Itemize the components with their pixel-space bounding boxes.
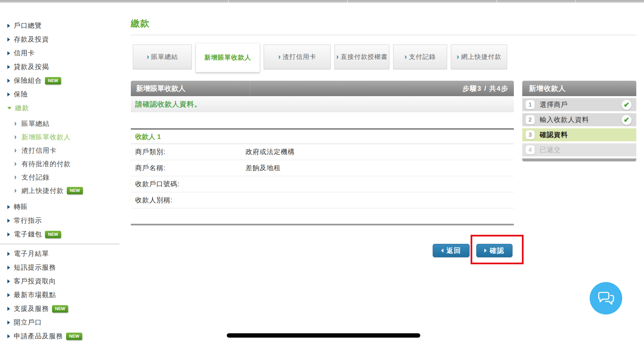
step-label: 輸入收款人資料 (540, 115, 622, 124)
top-strip-separator (347, 0, 348, 3)
live-chat-button[interactable] (590, 282, 622, 315)
add-payee-steps-panel: 新增收款人 1 選擇商戶 2 輸入收款人資料 3 確認資料 (522, 81, 636, 161)
sidebar-item-label: 存款及投資 (14, 35, 49, 44)
triangle-right-icon (7, 266, 10, 270)
sidebar-item-label: 貸款及按揭 (14, 62, 49, 71)
step-indicator: 步驟3 / 共4步 (463, 84, 508, 93)
triangle-right-icon (7, 51, 10, 55)
detail-label: 商戶名稱: (131, 163, 246, 172)
back-button[interactable]: 返回 (433, 244, 470, 257)
triangle-left-icon (441, 249, 443, 253)
sidebar-item-transfers[interactable]: 轉賬 (0, 200, 119, 214)
tab-online-fps[interactable]: 網上快捷付款 (451, 45, 507, 69)
top-strip-separator (228, 0, 229, 3)
sidebar-item-label: 渣打信用卡 (21, 146, 57, 155)
bar-column-separator (250, 81, 250, 96)
sidebar-subitem-online-fps[interactable]: 網上快捷付款 NEW (0, 184, 119, 197)
sidebar-subitem-add-bill-payee[interactable]: 新增賬單收款人 (0, 130, 119, 144)
sidebar-item-open-account[interactable]: 開立戶口 (0, 316, 119, 329)
triangle-right-icon (7, 79, 10, 83)
tab-direct-debit-auth[interactable]: 直接付款授權書 (334, 45, 389, 69)
content-divider-bottom (131, 224, 514, 225)
sidebar-navigation: 戶口總覽 存款及投資 信用卡 貸款及按揭 (0, 19, 119, 343)
tab-label: 渣打信用卡 (283, 53, 316, 61)
tab-add-bill-payee[interactable]: 新增賬單收款人 (196, 43, 260, 72)
chevron-right-icon (14, 134, 17, 140)
sidebar-subitem-payment-history[interactable]: 支付記錄 (0, 170, 119, 184)
payee-detail-row: 商戶名稱: 差餉及地租 (131, 160, 514, 176)
chevron-right-icon (14, 187, 17, 194)
sidebar-item-label: 保險 (14, 90, 28, 99)
triangle-right-icon (7, 252, 10, 256)
sidebar-item-account-overview[interactable]: 戶口總覽 (0, 19, 119, 32)
new-badge: NEW (52, 305, 68, 313)
chevron-right-icon (405, 54, 407, 60)
new-badge: NEW (45, 77, 61, 84)
sidebar-item-credit-card[interactable]: 信用卡 (0, 46, 119, 60)
sidebar-item-label: 賬單總結 (21, 119, 50, 128)
sidebar-item-loans-mortgages[interactable]: 貸款及按揭 (0, 60, 119, 74)
tab-label: 網上快捷付款 (461, 53, 501, 61)
step-row-3-confirm: 3 確認資料 (522, 128, 636, 141)
sidebar-item-insurance[interactable]: 保險 (0, 87, 119, 101)
sidebar-item-investment-profile[interactable]: 客戶投資取向 (0, 274, 119, 288)
chevron-right-icon (14, 160, 17, 167)
step-label: 選擇商戶 (540, 100, 622, 109)
sidebar-item-market-views[interactable]: 最新市場觀點 (0, 288, 119, 302)
payee-rows: 商戶類別: 政府或法定機構 商戶名稱: 差餉及地租 收款戶口號碼: 收款人別稱: (131, 144, 514, 208)
triangle-right-icon (7, 65, 10, 69)
sidebar-item-standing-instructions[interactable]: 常行指示 (0, 214, 119, 227)
sidebar-item-label: 轉賬 (14, 202, 28, 211)
step-row-1-select-merchant: 1 選擇商戶 (522, 98, 636, 111)
sidebar-item-label: 網上快捷付款 (21, 186, 64, 195)
tab-bill-summary[interactable]: 賬單總結 (133, 45, 192, 69)
tab-label: 賬單總結 (151, 53, 178, 61)
sidebar-item-label: 短訊提示服務 (14, 263, 56, 272)
chevron-right-icon (14, 174, 17, 181)
sidebar-item-support-services[interactable]: 支援及服務 NEW (0, 302, 119, 316)
sidebar-subitem-scb-credit-card[interactable]: 渣打信用卡 (0, 144, 119, 157)
tab-label: 支付記錄 (409, 53, 436, 61)
sidebar-item-insurance-portfolio[interactable]: 保險組合 NEW (0, 74, 119, 87)
sidebar-item-e-statements[interactable]: 電子月結單 (0, 247, 119, 261)
triangle-right-icon (7, 307, 10, 311)
tab-bar: 賬單總結 新增賬單收款人 渣打信用卡 直接付款授權書 支付記錄 (133, 43, 507, 72)
steps-list: 1 選擇商戶 2 輸入收款人資料 3 確認資料 4 (522, 98, 636, 156)
chevron-right-icon (147, 54, 149, 60)
sidebar-item-sms-alerts[interactable]: 短訊提示服務 (0, 261, 119, 274)
new-badge: NEW (66, 333, 82, 340)
sidebar-divider[interactable] (0, 244, 119, 244)
sidebar-subitem-bill-summary[interactable]: 賬單總結 (0, 117, 119, 130)
step-number-badge: 1 (526, 100, 535, 109)
title-divider (131, 35, 636, 35)
new-badge: NEW (67, 187, 83, 194)
checkmark-icon (622, 100, 632, 110)
section-title: 新增賬單收款人 (136, 84, 185, 93)
red-highlight-annotation (471, 235, 524, 264)
detail-value: 政府或法定機構 (246, 147, 514, 156)
sidebar-subitem-pending-payments[interactable]: 有待批准的付款 (0, 157, 119, 170)
detail-label: 商戶類別: (131, 147, 246, 156)
step-row-2-enter-payee: 2 輸入收款人資料 (522, 113, 636, 126)
tab-label: 新增賬單收款人 (204, 53, 251, 62)
sidebar-item-e-wallet[interactable]: 電子錢包 NEW (0, 227, 119, 241)
sidebar-item-apply-products[interactable]: 申請產品及服務 NEW (0, 329, 119, 343)
sidebar-item-label: 客戶投資取向 (14, 277, 56, 286)
tab-payment-history[interactable]: 支付記錄 (393, 45, 447, 69)
sidebar-item-bill-payment[interactable]: 繳款 (0, 101, 119, 115)
sidebar-item-label: 支付記錄 (21, 173, 50, 182)
sidebar-item-label: 有待批准的付款 (21, 159, 71, 168)
chevron-right-icon (14, 147, 17, 154)
sidebar-item-label: 申請產品及服務 (14, 332, 63, 341)
chevron-right-icon (336, 54, 339, 60)
sidebar-item-label: 最新市場觀點 (14, 290, 56, 299)
tab-scb-credit-card[interactable]: 渣打信用卡 (264, 45, 331, 69)
sidebar-item-deposits-investments[interactable]: 存款及投資 (0, 32, 119, 46)
sidebar-item-label: 保險組合 (14, 76, 42, 85)
chevron-right-icon (278, 54, 281, 60)
page-title: 繳款 (131, 17, 150, 29)
payee-detail-row: 收款人別稱: (131, 192, 514, 208)
top-strip-separator (496, 0, 497, 3)
triangle-down-icon (7, 107, 11, 110)
payee-detail-row: 收款戶口號碼: (131, 176, 514, 192)
